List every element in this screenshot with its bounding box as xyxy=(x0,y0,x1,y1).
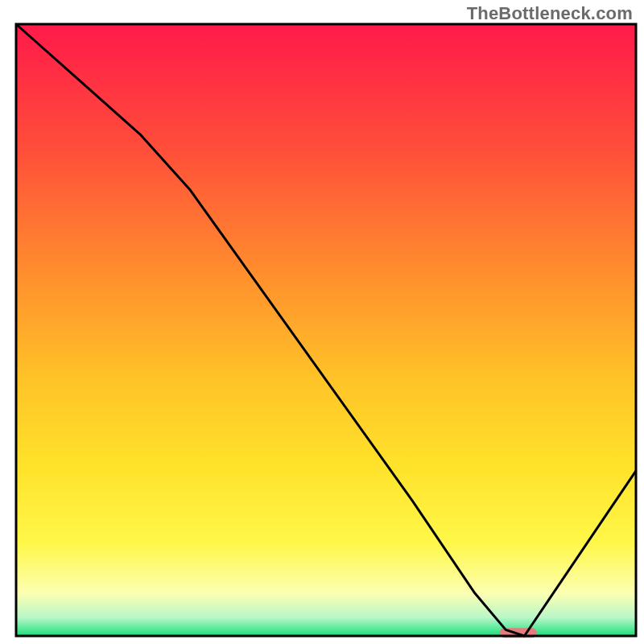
watermark-text: TheBottleneck.com xyxy=(467,3,633,24)
chart-container: { "watermark": "TheBottleneck.com", "cha… xyxy=(0,0,644,644)
chart-svg xyxy=(0,0,644,644)
gradient-background xyxy=(16,24,636,636)
